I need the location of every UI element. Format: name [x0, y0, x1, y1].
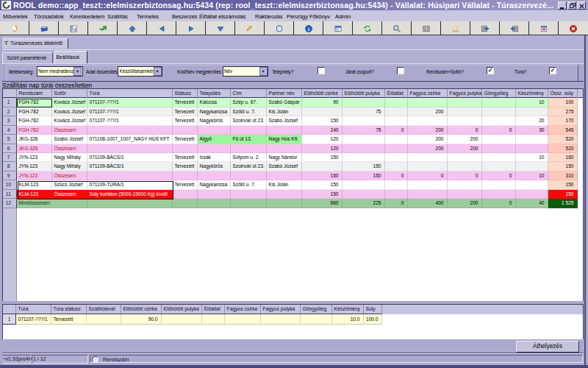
svg-text:i: i	[308, 26, 309, 32]
